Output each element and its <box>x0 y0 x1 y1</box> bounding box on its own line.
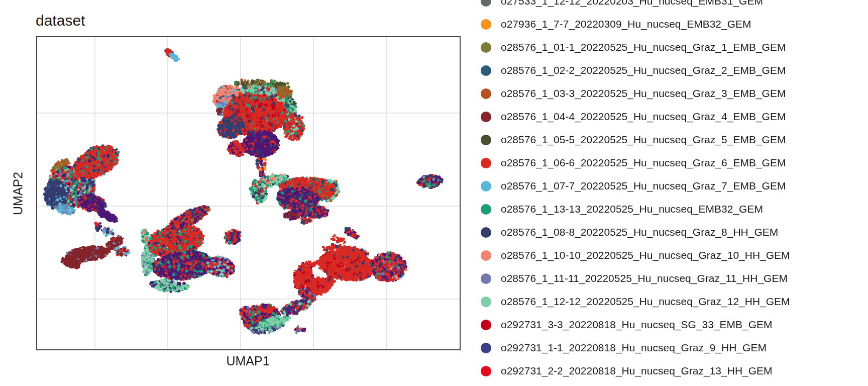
legend-item-label: o28576_1_10-10_20220525_Hu_nucseq_Graz_1… <box>501 249 790 261</box>
legend-item-label: o28576_1_08-8_20220525_Hu_nucseq_Graz_8_… <box>501 226 778 238</box>
gridline-horizontal <box>37 206 460 207</box>
legend-item-label: o28576_1_13-13_20220525_Hu_nucseq_EMB32_… <box>501 203 763 215</box>
legend-item: o28576_1_01-1_20220525_Hu_nucseq_Graz_1_… <box>477 36 868 59</box>
legend-color-dot <box>481 297 491 307</box>
legend-color-dot <box>481 320 491 330</box>
legend-item-label: o28576_1_12-12_20220525_Hu_nucseq_Graz_1… <box>501 296 790 308</box>
legend-color-dot <box>481 0 491 7</box>
legend-color-dot <box>481 112 491 122</box>
legend-color-dot <box>481 366 491 376</box>
legend-color-dot <box>481 181 491 191</box>
legend-item: o28576_1_02-2_20220525_Hu_nucseq_Graz_2_… <box>477 59 868 82</box>
legend-item-label: o28576_1_06-6_20220525_Hu_nucseq_Graz_6_… <box>501 157 786 169</box>
legend-item: o28576_1_13-13_20220525_Hu_nucseq_EMB32_… <box>477 198 868 221</box>
legend: o27533_1_12-12_20220203_Hu_nucseq_EMB31_… <box>477 0 868 382</box>
plot-title: dataset <box>36 12 85 29</box>
legend-item: o28576_1_12-12_20220525_Hu_nucseq_Graz_1… <box>477 290 868 313</box>
legend-item: o28576_1_06-6_20220525_Hu_nucseq_Graz_6_… <box>477 151 868 174</box>
legend-item-label: o28576_1_01-1_20220525_Hu_nucseq_Graz_1_… <box>501 41 786 53</box>
gridline-horizontal <box>37 299 460 300</box>
legend-item-label: o28576_1_07-7_20220525_Hu_nucseq_Graz_7_… <box>501 180 786 192</box>
legend-color-dot <box>481 273 491 284</box>
legend-item-label: o28576_1_11-11_20220525_Hu_nucseq_Graz_1… <box>501 272 788 284</box>
gridline-vertical <box>94 37 95 349</box>
gridline-horizontal <box>37 113 460 114</box>
gridline-vertical <box>240 37 241 349</box>
legend-item: o28576_1_05-5_20220525_Hu_nucseq_Graz_5_… <box>477 128 868 151</box>
legend-item-label: o28576_1_02-2_20220525_Hu_nucseq_Graz_2_… <box>501 64 786 76</box>
gridline-vertical <box>386 37 387 349</box>
x-axis-label: UMAP1 <box>36 354 460 368</box>
legend-item: o27533_1_12-12_20220203_Hu_nucseq_EMB31_… <box>477 0 868 13</box>
legend-item-label: o292731_3-3_20220818_Hu_nucseq_SG_33_EMB… <box>501 319 773 331</box>
plot-panel <box>36 36 461 350</box>
legend-color-dot <box>481 65 491 76</box>
gridline-vertical <box>313 37 314 349</box>
legend-item: o27936_1_7-7_20220309_Hu_nucseq_EMB32_GE… <box>477 13 868 36</box>
legend-item-label: o28576_1_03-3_20220525_Hu_nucseq_Graz_3_… <box>501 87 786 100</box>
legend-color-dot <box>481 88 491 99</box>
legend-item: o292731_1-1_20220818_Hu_nucseq_Graz_9_HH… <box>477 336 868 359</box>
legend-item-label: o292731_1-1_20220818_Hu_nucseq_Graz_9_HH… <box>501 342 767 354</box>
legend-item: o292731_3-3_20220818_Hu_nucseq_SG_33_EMB… <box>477 313 868 336</box>
y-axis-label: UMAP2 <box>11 172 26 215</box>
legend-color-dot <box>481 343 491 353</box>
legend-item: o28576_1_03-3_20220525_Hu_nucseq_Graz_3_… <box>477 82 868 105</box>
legend-item: o28576_1_10-10_20220525_Hu_nucseq_Graz_1… <box>477 244 868 267</box>
legend-item-label: o28576_1_04-4_20220525_Hu_nucseq_Graz_4_… <box>501 111 786 123</box>
legend-color-dot <box>481 158 491 168</box>
legend-item: o28576_1_11-11_20220525_Hu_nucseq_Graz_1… <box>477 267 868 290</box>
legend-item: o28576_1_04-4_20220525_Hu_nucseq_Graz_4_… <box>477 105 868 128</box>
legend-item-label: o292731_2-2_20220818_Hu_nucseq_Graz_13_H… <box>501 365 773 377</box>
legend-item: o28576_1_08-8_20220525_Hu_nucseq_Graz_8_… <box>477 221 868 244</box>
legend-color-dot <box>481 135 491 145</box>
legend-item-label: o28576_1_05-5_20220525_Hu_nucseq_Graz_5_… <box>501 134 786 146</box>
legend-item: o292731_2-2_20220818_Hu_nucseq_Graz_13_H… <box>477 359 868 382</box>
legend-color-dot <box>481 204 491 215</box>
legend-item-label: o27936_1_7-7_20220309_Hu_nucseq_EMB32_GE… <box>501 18 751 30</box>
legend-color-dot <box>481 19 491 30</box>
legend-color-dot <box>481 250 491 261</box>
umap-figure: dataset UMAP1 UMAP2 o27533_1_12-12_20220… <box>0 0 868 386</box>
gridline-vertical <box>167 37 168 349</box>
legend-item-label: o27533_1_12-12_20220203_Hu_nucseq_EMB31_… <box>501 0 763 7</box>
legend-color-dot <box>481 227 491 238</box>
legend-item: o28576_1_07-7_20220525_Hu_nucseq_Graz_7_… <box>477 174 868 198</box>
legend-color-dot <box>481 42 491 53</box>
